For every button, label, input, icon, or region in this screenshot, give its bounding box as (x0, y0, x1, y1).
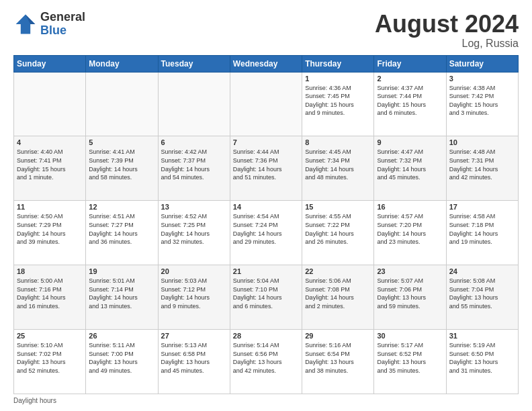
day-info: Sunrise: 4:37 AM Sunset: 7:44 PM Dayligh… (377, 84, 443, 118)
calendar-day-cell: 21Sunrise: 5:04 AM Sunset: 7:10 PM Dayli… (230, 265, 302, 330)
day-info: Sunrise: 4:42 AM Sunset: 7:37 PM Dayligh… (161, 148, 227, 181)
calendar-day-cell: 6Sunrise: 4:42 AM Sunset: 7:37 PM Daylig… (158, 136, 230, 201)
day-number: 28 (233, 332, 299, 340)
day-number: 17 (449, 203, 515, 211)
calendar-day-cell: 11Sunrise: 4:50 AM Sunset: 7:29 PM Dayli… (14, 201, 86, 265)
day-number: 7 (233, 138, 299, 146)
day-number: 29 (305, 332, 371, 340)
day-number: 4 (17, 138, 83, 146)
day-info: Sunrise: 4:55 AM Sunset: 7:22 PM Dayligh… (305, 212, 371, 246)
calendar-day-cell: 20Sunrise: 5:03 AM Sunset: 7:12 PM Dayli… (158, 265, 230, 330)
calendar-day-cell (230, 72, 302, 136)
day-number: 8 (305, 138, 371, 146)
day-info: Sunrise: 4:38 AM Sunset: 7:42 PM Dayligh… (449, 84, 515, 118)
calendar-day-cell: 15Sunrise: 4:55 AM Sunset: 7:22 PM Dayli… (302, 201, 374, 265)
day-info: Sunrise: 4:57 AM Sunset: 7:20 PM Dayligh… (377, 212, 443, 246)
day-info: Sunrise: 5:11 AM Sunset: 7:00 PM Dayligh… (89, 341, 154, 375)
day-number: 13 (161, 203, 227, 211)
calendar-day-cell: 25Sunrise: 5:10 AM Sunset: 7:02 PM Dayli… (14, 330, 86, 394)
logo-general: General (40, 11, 85, 24)
calendar-week-row: 18Sunrise: 5:00 AM Sunset: 7:16 PM Dayli… (14, 265, 519, 330)
day-info: Sunrise: 5:08 AM Sunset: 7:04 PM Dayligh… (449, 277, 515, 310)
day-info: Sunrise: 5:06 AM Sunset: 7:08 PM Dayligh… (305, 277, 371, 310)
logo-blue: Blue (40, 24, 85, 38)
calendar-table: SundayMondayTuesdayWednesdayThursdayFrid… (13, 55, 519, 394)
calendar-day-cell: 31Sunrise: 5:19 AM Sunset: 6:50 PM Dayli… (446, 330, 518, 394)
calendar-day-cell: 2Sunrise: 4:37 AM Sunset: 7:44 PM Daylig… (374, 72, 446, 136)
day-number: 1 (305, 75, 371, 83)
calendar-day-cell: 28Sunrise: 5:14 AM Sunset: 6:56 PM Dayli… (230, 330, 302, 394)
day-number: 31 (449, 332, 515, 340)
page: General Blue August 2024 Log, Russia Sun… (0, 0, 532, 411)
day-info: Sunrise: 5:13 AM Sunset: 6:58 PM Dayligh… (161, 341, 227, 375)
day-number: 20 (161, 267, 227, 275)
day-number: 19 (89, 267, 154, 275)
day-info: Sunrise: 4:50 AM Sunset: 7:29 PM Dayligh… (17, 212, 83, 246)
calendar-day-cell: 7Sunrise: 4:44 AM Sunset: 7:36 PM Daylig… (230, 136, 302, 201)
day-info: Sunrise: 5:00 AM Sunset: 7:16 PM Dayligh… (17, 277, 83, 310)
calendar-day-cell: 5Sunrise: 4:41 AM Sunset: 7:39 PM Daylig… (86, 136, 158, 201)
day-info: Sunrise: 5:14 AM Sunset: 6:56 PM Dayligh… (233, 341, 299, 375)
footer-note: Daylight hours (13, 397, 519, 404)
logo-text: General Blue (40, 11, 85, 38)
calendar-day-cell: 26Sunrise: 5:11 AM Sunset: 7:00 PM Dayli… (86, 330, 158, 394)
calendar-day-cell: 23Sunrise: 5:07 AM Sunset: 7:06 PM Dayli… (374, 265, 446, 330)
calendar-weekday-header: Sunday (14, 55, 86, 72)
calendar-day-cell: 13Sunrise: 4:52 AM Sunset: 7:25 PM Dayli… (158, 201, 230, 265)
calendar-day-cell: 30Sunrise: 5:17 AM Sunset: 6:52 PM Dayli… (374, 330, 446, 394)
calendar-weekday-header: Monday (86, 55, 158, 72)
day-info: Sunrise: 4:47 AM Sunset: 7:32 PM Dayligh… (377, 148, 443, 181)
calendar-weekday-header: Thursday (302, 55, 374, 72)
day-number: 5 (89, 138, 154, 146)
calendar-weekday-header: Tuesday (158, 55, 230, 72)
day-number: 11 (17, 203, 83, 211)
day-number: 18 (17, 267, 83, 275)
calendar-day-cell: 1Sunrise: 4:36 AM Sunset: 7:45 PM Daylig… (302, 72, 374, 136)
location: Log, Russia (375, 38, 519, 50)
day-info: Sunrise: 4:48 AM Sunset: 7:31 PM Dayligh… (449, 148, 515, 181)
calendar-day-cell: 12Sunrise: 4:51 AM Sunset: 7:27 PM Dayli… (86, 201, 158, 265)
calendar-week-row: 25Sunrise: 5:10 AM Sunset: 7:02 PM Dayli… (14, 330, 519, 394)
calendar-day-cell: 14Sunrise: 4:54 AM Sunset: 7:24 PM Dayli… (230, 201, 302, 265)
day-info: Sunrise: 5:17 AM Sunset: 6:52 PM Dayligh… (377, 341, 443, 375)
day-number: 24 (449, 267, 515, 275)
day-number: 23 (377, 267, 443, 275)
calendar-day-cell: 3Sunrise: 4:38 AM Sunset: 7:42 PM Daylig… (446, 72, 518, 136)
calendar-weekday-header: Wednesday (230, 55, 302, 72)
calendar-day-cell: 4Sunrise: 4:40 AM Sunset: 7:41 PM Daylig… (14, 136, 86, 201)
day-number: 3 (449, 75, 515, 83)
day-info: Sunrise: 4:44 AM Sunset: 7:36 PM Dayligh… (233, 148, 299, 181)
calendar-day-cell: 27Sunrise: 5:13 AM Sunset: 6:58 PM Dayli… (158, 330, 230, 394)
day-info: Sunrise: 5:19 AM Sunset: 6:50 PM Dayligh… (449, 341, 515, 375)
day-number: 27 (161, 332, 227, 340)
day-info: Sunrise: 5:07 AM Sunset: 7:06 PM Dayligh… (377, 277, 443, 310)
calendar-day-cell: 18Sunrise: 5:00 AM Sunset: 7:16 PM Dayli… (14, 265, 86, 330)
calendar-day-cell: 9Sunrise: 4:47 AM Sunset: 7:32 PM Daylig… (374, 136, 446, 201)
calendar-day-cell: 29Sunrise: 5:16 AM Sunset: 6:54 PM Dayli… (302, 330, 374, 394)
calendar-day-cell (14, 72, 86, 136)
logo: General Blue (13, 11, 85, 38)
day-info: Sunrise: 4:58 AM Sunset: 7:18 PM Dayligh… (449, 212, 515, 246)
day-info: Sunrise: 5:01 AM Sunset: 7:14 PM Dayligh… (89, 277, 154, 310)
day-info: Sunrise: 4:45 AM Sunset: 7:34 PM Dayligh… (305, 148, 371, 181)
day-info: Sunrise: 4:36 AM Sunset: 7:45 PM Dayligh… (305, 84, 371, 118)
day-number: 16 (377, 203, 443, 211)
calendar-day-cell: 16Sunrise: 4:57 AM Sunset: 7:20 PM Dayli… (374, 201, 446, 265)
calendar-weekday-header: Saturday (446, 55, 518, 72)
calendar-day-cell: 10Sunrise: 4:48 AM Sunset: 7:31 PM Dayli… (446, 136, 518, 201)
day-number: 6 (161, 138, 227, 146)
day-number: 10 (449, 138, 515, 146)
calendar-week-row: 4Sunrise: 4:40 AM Sunset: 7:41 PM Daylig… (14, 136, 519, 201)
calendar-week-row: 11Sunrise: 4:50 AM Sunset: 7:29 PM Dayli… (14, 201, 519, 265)
day-number: 14 (233, 203, 299, 211)
calendar-day-cell: 22Sunrise: 5:06 AM Sunset: 7:08 PM Dayli… (302, 265, 374, 330)
day-info: Sunrise: 5:10 AM Sunset: 7:02 PM Dayligh… (17, 341, 83, 375)
day-number: 22 (305, 267, 371, 275)
day-number: 15 (305, 203, 371, 211)
month-year: August 2024 (375, 11, 519, 38)
calendar-week-row: 1Sunrise: 4:36 AM Sunset: 7:45 PM Daylig… (14, 72, 519, 136)
calendar-day-cell (158, 72, 230, 136)
calendar-day-cell: 8Sunrise: 4:45 AM Sunset: 7:34 PM Daylig… (302, 136, 374, 201)
calendar-day-cell: 19Sunrise: 5:01 AM Sunset: 7:14 PM Dayli… (86, 265, 158, 330)
day-number: 12 (89, 203, 154, 211)
